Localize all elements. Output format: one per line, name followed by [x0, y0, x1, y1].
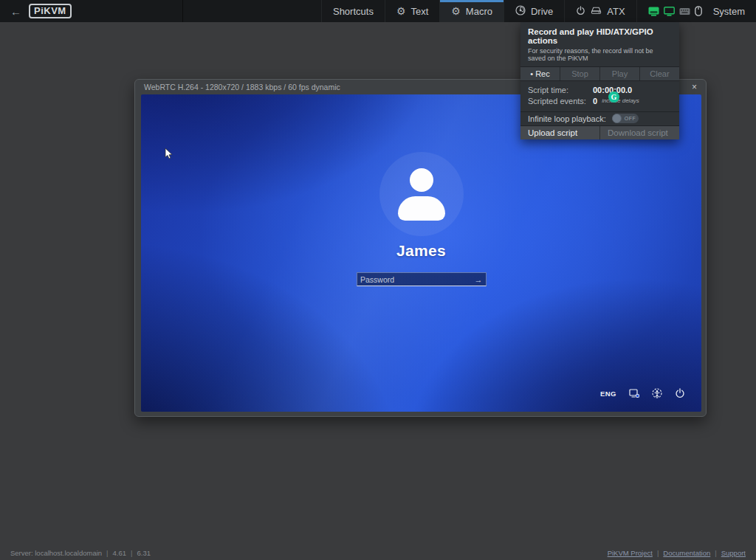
- status-bar: Server: localhost.localdomain | 4.61 | 6…: [0, 545, 756, 560]
- stream-window-title: WebRTC H.264 - 1280x720 / 1883 kbps / 60…: [144, 83, 340, 91]
- close-icon[interactable]: ×: [692, 83, 697, 91]
- menu-item-shortcuts[interactable]: Shortcuts: [321, 0, 385, 22]
- menu-item-drive[interactable]: Drive: [504, 0, 564, 22]
- avatar-torso-icon: [398, 196, 445, 221]
- top-navigation-bar: ← PiKVM Shortcuts ⚙ Text ⚙ Macro Drive: [0, 0, 756, 22]
- menu-item-label: Shortcuts: [333, 6, 374, 17]
- status-value-2: 6.31: [137, 549, 151, 557]
- macro-subtitle: For security reasons, the record will no…: [528, 47, 672, 62]
- menu-item-label: Macro: [466, 6, 492, 17]
- loop-toggle[interactable]: OFF: [612, 114, 639, 123]
- gear-icon: ⚙: [396, 6, 406, 16]
- macro-script-info: Script time: 00:00:00.0 Scripted events:…: [520, 81, 679, 111]
- gear-icon: ⚙: [451, 6, 461, 16]
- macro-title: Record and play HID/ATX/GPIO actions: [528, 27, 672, 45]
- main-menu: Shortcuts ⚙ Text ⚙ Macro Drive ATX: [321, 0, 756, 22]
- menu-item-atx[interactable]: ATX: [564, 0, 636, 22]
- mouse-cursor-icon: [165, 148, 173, 163]
- server-info: Server: localhost.localdomain: [10, 549, 102, 557]
- menu-item-text[interactable]: ⚙ Text: [385, 0, 439, 22]
- loop-label: Infinite loop playback:: [528, 114, 606, 123]
- footer-links: PiKVM Project | Documentation | Support: [608, 549, 746, 557]
- remote-screen-video[interactable]: James → ENG: [141, 94, 701, 412]
- language-indicator[interactable]: ENG: [600, 390, 616, 398]
- login-tray: ENG: [600, 388, 685, 398]
- macro-dropdown-header: Record and play HID/ATX/GPIO actions For…: [520, 22, 679, 66]
- link-pikvm-project[interactable]: PiKVM Project: [608, 549, 653, 557]
- menu-item-label: Text: [410, 6, 428, 17]
- menu-item-label: ATX: [607, 6, 625, 17]
- upload-script-button[interactable]: Upload script: [520, 126, 599, 139]
- separator: |: [657, 549, 659, 557]
- scripted-events-value: 0: [593, 97, 597, 106]
- status-indicators: [648, 6, 702, 16]
- brand-area: ← PiKVM: [0, 0, 183, 22]
- menu-item-label: System: [713, 6, 745, 17]
- stream-status-icon: [648, 7, 659, 16]
- scripted-events-label: Scripted events:: [528, 97, 593, 106]
- power-icon[interactable]: [675, 388, 685, 398]
- login-username: James: [141, 242, 701, 260]
- user-avatar: [379, 152, 464, 236]
- password-field-container: →: [357, 272, 487, 286]
- menu-item-system[interactable]: System: [636, 0, 756, 22]
- link-support[interactable]: Support: [721, 549, 746, 557]
- power-icon: [576, 6, 585, 17]
- status-value-1: 4.61: [113, 549, 127, 557]
- menu-item-label: Drive: [531, 6, 553, 17]
- keyboard-status-icon: [679, 7, 690, 15]
- mouse-status-icon: [695, 6, 702, 16]
- download-script-button[interactable]: Download script: [599, 126, 679, 139]
- macro-dropdown-panel: Record and play HID/ATX/GPIO actions For…: [520, 22, 679, 139]
- avatar-head-icon: [410, 168, 433, 192]
- menu-item-macro[interactable]: ⚙ Macro: [439, 0, 504, 22]
- play-button[interactable]: Play: [600, 67, 640, 80]
- macro-button-row: • Rec Stop Play Clear: [520, 66, 679, 81]
- scripted-events-note: include delays: [602, 97, 639, 104]
- password-input[interactable]: [357, 275, 471, 284]
- display-status-icon: [664, 7, 675, 16]
- link-documentation[interactable]: Documentation: [663, 549, 710, 557]
- pikvm-logo: PiKVM: [29, 4, 72, 18]
- drive-fan-icon: [515, 5, 526, 17]
- password-submit-arrow-icon[interactable]: →: [471, 273, 486, 286]
- loop-playback-row: Infinite loop playback: OFF: [520, 111, 679, 125]
- back-arrow-icon[interactable]: ←: [10, 5, 21, 18]
- separator: |: [106, 549, 108, 557]
- server-box-icon: [591, 6, 602, 16]
- separator: |: [715, 549, 716, 557]
- network-icon[interactable]: [629, 389, 639, 398]
- macro-footer-row: Upload script Download script: [520, 125, 679, 139]
- ease-of-access-icon[interactable]: [652, 388, 662, 398]
- toggle-state: OFF: [625, 116, 636, 121]
- script-time-label: Script time:: [528, 86, 593, 94]
- stop-button[interactable]: Stop: [560, 67, 600, 80]
- separator: |: [131, 549, 132, 557]
- rec-button[interactable]: • Rec: [520, 67, 560, 80]
- toggle-knob-icon: [612, 114, 622, 123]
- clear-button[interactable]: Clear: [640, 67, 679, 80]
- grammarly-icon[interactable]: G: [608, 91, 619, 103]
